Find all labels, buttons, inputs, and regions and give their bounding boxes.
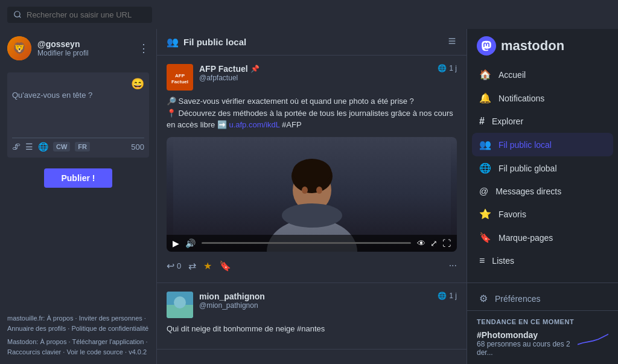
search-box[interactable] [7,7,152,23]
sidebar-item-label: Listes [492,256,514,266]
nav-menu: 🏠 Accueil 🔔 Notifications # Explorer 👥 F… [467,63,618,279]
avatar: 🦁 [7,36,31,60]
sidebar-item-explorer[interactable]: # Explorer [472,110,613,133]
center-header-icon: 👥 [167,36,179,48]
right-panel: mastodon 🏠 Accueil 🔔 Notifications # Exp… [467,29,618,364]
table-row: mion_pathignon @mion_pathignon 🌐 1 j Qui… [157,283,467,350]
star-icon: ★ [203,260,212,272]
preferences-item[interactable]: ⚙ Préférences [467,287,618,310]
sidebar-item-label: Fil public global [499,164,557,173]
fav-action[interactable]: ★ [203,258,219,274]
left-footer: mastouille.fr: À propos · Inviter des pe… [0,307,156,364]
trending-item[interactable]: #Photomonday 68 personnes au cours des 2… [477,330,608,357]
sidebar-item-fil-global[interactable]: 🌐 Fil public global [472,156,613,180]
center-header: 👥 Fil public local [157,29,467,56]
fullscreen-icon[interactable]: ⛶ [442,238,451,248]
about-link[interactable]: À propos [46,315,73,322]
code-source-link[interactable]: Voir le code source [66,348,123,356]
post-actions: ↩ 0 ⇄ ★ 🔖 ··· [167,258,457,274]
sidebar-item-marque-pages[interactable]: 🔖 Marque-pages [472,226,613,249]
brand-name: mastodon [501,38,564,54]
mastodon-about-link[interactable]: À propos [40,338,66,345]
more-options-button[interactable]: ··· [449,260,457,271]
hashtag-icon: # [479,116,485,127]
annuaire-link[interactable]: Annuaire des profils [7,325,66,332]
compose-textarea[interactable] [12,91,144,133]
mastodon-label: Mastodon: [7,338,38,345]
attach-icon[interactable]: 🖇 [12,142,21,152]
sidebar-item-fil-local[interactable]: 👥 Fil public local [472,133,613,156]
post-avatar: AFPFactuel [167,64,193,91]
invite-link[interactable]: Inviter des personnes [79,315,142,322]
telecharger-link[interactable]: Télécharger l'application [72,338,144,345]
sidebar-item-notifications[interactable]: 🔔 Notifications [472,86,613,110]
politique-link[interactable]: Politique de confidentialité [71,325,148,332]
svg-point-11 [302,187,308,194]
brand-section: mastodon [467,29,618,63]
globe2-icon: 🌐 [479,162,491,174]
sidebar-item-listes[interactable]: ≡ Listes [472,249,613,272]
trending-label: TENDANCE EN CE MOMENT [477,318,608,325]
svg-point-13 [282,203,342,228]
center-header-settings-icon[interactable] [447,36,457,48]
main-layout: 🦁 @gosseyn Modifier le profil ⋮ 😄 🖇 ☰ 🌐 … [0,29,618,364]
left-panel: 🦁 @gosseyn Modifier le profil ⋮ 😄 🖇 ☰ 🌐 … [0,29,157,364]
search-input[interactable] [27,10,146,19]
progress-bar[interactable] [202,242,411,244]
sidebar-item-label: Fil public local [499,140,552,150]
profile-name: @gosseyn [37,39,132,49]
bookmark-action[interactable]: 🔖 [219,258,238,274]
video-controls: ▶ 🔊 👁 ⤢ ⛶ [167,235,457,252]
publish-button[interactable]: Publier ! [44,168,112,188]
svg-point-16 [174,296,186,308]
expand-icon[interactable]: ⤢ [430,238,438,248]
list2-icon: ≡ [479,255,485,266]
post-media: ▶ 🔊 👁 ⤢ ⛶ [167,137,457,252]
profile-menu-icon[interactable]: ⋮ [138,42,149,55]
post-header: AFPFactuel AFP Factuel 📌 @afpfactuel 🌐 1… [167,64,457,91]
post-time: 1 j [449,292,457,300]
post-time: 1 j [449,64,457,72]
sidebar-item-accueil[interactable]: 🏠 Accueil [472,63,613,86]
at-icon: @ [479,186,488,196]
sidebar-item-label: Messages directs [495,187,561,196]
trending-count: 68 personnes au cours des 2 der... [477,340,573,357]
post-meta: mion_pathignon @mion_pathignon [199,292,432,310]
people-icon: 👥 [479,139,491,150]
reply-count: 0 [177,261,181,270]
brand-logo [477,36,496,56]
trending-tag: #Photomonday [477,330,573,340]
post-author: mion_pathignon [199,292,265,301]
center-panel: 👥 Fil public local AFPFactuel AFP Factue… [157,29,467,364]
svg-point-0 [14,11,20,17]
post-time-badge: 🌐 1 j [438,292,457,300]
post-link[interactable]: u.afp.com/ikdL [229,120,279,129]
lang-button[interactable]: FR [75,142,90,152]
eye-icon[interactable]: 👁 [417,238,425,248]
emoji-button[interactable]: 😄 [131,77,144,91]
reply-action[interactable]: ↩ 0 [167,258,188,274]
bookmark2-icon: 🔖 [479,232,491,243]
compose-area: 😄 🖇 ☰ 🌐 CW FR 500 [7,72,149,158]
sidebar-item-messages-directs[interactable]: @ Messages directs [472,180,613,202]
list-icon[interactable]: ☰ [25,142,33,152]
profile-info: @gosseyn Modifier le profil [37,39,132,57]
play-button[interactable]: ▶ [173,238,179,248]
globe-icon: 🌐 [438,292,447,300]
post-handle: @afpfactuel [199,74,432,82]
raccourcis-link[interactable]: Raccourcis clavier [7,348,61,356]
sidebar-item-favoris[interactable]: ⭐ Favoris [472,202,613,226]
post-content: Qui dit neige dit bonhomme de neige #nan… [167,323,457,335]
center-header-title: Fil public local [183,37,447,47]
profile-edit-link[interactable]: Modifier le profil [37,49,132,57]
site-label: mastouille.fr: [7,315,45,322]
nav-divider [467,283,618,283]
boost-action[interactable]: ⇄ [188,258,203,274]
globe-icon[interactable]: 🌐 [38,142,48,152]
post-time-badge: 🌐 1 j [438,64,457,72]
trending-section: TENDANCE EN CE MOMENT #Photomonday 68 pe… [467,310,618,364]
search-icon [13,10,22,19]
cw-button[interactable]: CW [53,142,70,152]
sidebar-item-label: Marque-pages [499,233,553,243]
volume-button[interactable]: 🔊 [185,238,196,248]
